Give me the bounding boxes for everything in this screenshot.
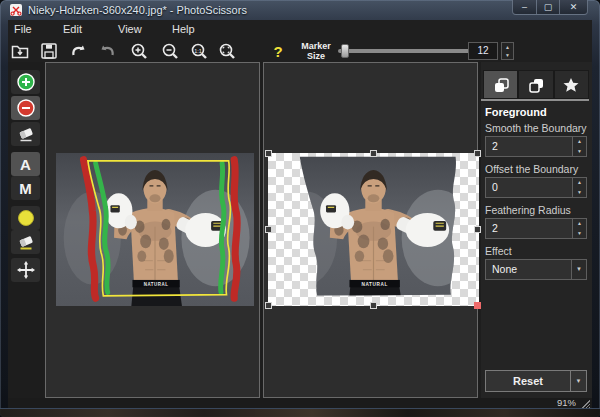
selection-handle-bottom-right[interactable] <box>474 302 481 309</box>
selection-handle-top-right[interactable] <box>474 150 481 157</box>
selection-handle-mid-right[interactable] <box>474 226 481 233</box>
feathering-radius-value: 2 <box>492 222 498 234</box>
zoom-in-icon <box>129 41 149 61</box>
offset-boundary-label: Offset the Boundary <box>485 163 578 175</box>
inspector-tabs <box>483 70 589 99</box>
chevron-down-icon[interactable]: ▼ <box>571 260 586 279</box>
marker-size-spinner[interactable]: ▲▼ <box>501 42 514 60</box>
foreground-marker-stroke-right <box>221 163 225 292</box>
menubar: File Edit View Help <box>8 20 592 40</box>
redo-button[interactable] <box>96 40 120 62</box>
effect-select[interactable]: None ▼ <box>485 259 587 280</box>
client-area: File Edit View Help <box>8 20 592 408</box>
offset-boundary-input[interactable]: 0 ▲▼ <box>485 177 587 198</box>
feathering-radius-spinner[interactable]: ▲▼ <box>572 219 586 238</box>
move-arrows-icon <box>16 260 36 280</box>
source-photo-art <box>56 153 254 306</box>
letter-m-label: M <box>19 180 32 197</box>
effects-tab[interactable] <box>554 70 589 99</box>
green-plus-icon <box>16 72 36 92</box>
marker-size-label: Marker Size <box>298 41 334 61</box>
marker-size-label-line2: Size <box>307 51 325 61</box>
help-question-icon: ? <box>273 43 282 60</box>
eraser-tool[interactable] <box>11 122 40 146</box>
window-controls: – ▢ ✕ <box>512 0 588 15</box>
background-marker-stroke-right <box>234 160 237 298</box>
titlebar[interactable]: Nieky-Holzken-360x240.jpg* - PhotoScisso… <box>0 0 600 20</box>
reset-dropdown-arrow[interactable]: ▼ <box>570 371 586 391</box>
marker-size-label-line1: Marker <box>301 41 331 51</box>
result-canvas[interactable] <box>263 62 478 398</box>
smooth-boundary-value: 2 <box>492 140 498 152</box>
letter-a-label: A <box>20 156 31 173</box>
source-photo[interactable] <box>56 153 254 306</box>
resize-grip[interactable] <box>582 400 590 408</box>
tab-separator <box>481 99 589 101</box>
svg-text:1:1: 1:1 <box>194 48 202 54</box>
boundary-eraser-tool[interactable] <box>11 230 40 254</box>
tool-sidebar: A M <box>8 62 43 398</box>
selection-handle-bottom-left[interactable] <box>265 302 272 309</box>
inspector-panel: Foreground Smooth the Boundary 2 ▲▼ Offs… <box>481 62 592 398</box>
selection-handle-bottom-center[interactable] <box>370 302 377 309</box>
move-tool[interactable] <box>11 258 40 282</box>
zoom-out-icon <box>160 41 180 61</box>
app-scissors-icon <box>9 3 23 17</box>
zoom-in-button[interactable] <box>127 40 151 62</box>
result-photo[interactable] <box>268 153 479 306</box>
offset-boundary-spinner[interactable]: ▲▼ <box>572 178 586 197</box>
eraser-yellow-icon <box>16 232 36 252</box>
yellow-circle-icon <box>16 208 36 228</box>
foreground-marker-tool[interactable] <box>11 70 40 94</box>
marker-size-slider-handle[interactable] <box>341 44 349 58</box>
smooth-boundary-label: Smooth the Boundary <box>485 122 587 134</box>
undo-button[interactable] <box>66 40 90 62</box>
effect-value: None <box>492 263 517 275</box>
menu-file[interactable]: File <box>14 23 32 35</box>
selection-handle-top-left[interactable] <box>265 150 272 157</box>
open-folder-icon <box>10 41 30 61</box>
open-button[interactable] <box>8 40 32 62</box>
zoom-level: 91% <box>557 397 576 408</box>
zoom-actual-button[interactable]: 1:1 <box>187 40 211 62</box>
foreground-section-title: Foreground <box>485 106 547 118</box>
smooth-boundary-input[interactable]: 2 ▲▼ <box>485 136 587 157</box>
feathering-radius-label: Feathering Radius <box>485 204 571 216</box>
toolbar: 1:1 ? Marker Size 12 ▲▼ <box>8 40 592 62</box>
yellow-marker-tool[interactable] <box>11 206 40 230</box>
offset-boundary-value: 0 <box>492 181 498 193</box>
maximize-button[interactable]: ▢ <box>536 0 560 15</box>
zoom-1to1-icon: 1:1 <box>189 41 209 61</box>
menu-help[interactable]: Help <box>172 23 195 35</box>
undo-icon <box>68 41 88 61</box>
feathering-radius-input[interactable]: 2 ▲▼ <box>485 218 587 239</box>
menu-view[interactable]: View <box>118 23 142 35</box>
help-button[interactable]: ? <box>266 40 290 62</box>
result-photo-art <box>268 153 479 306</box>
zoom-out-button[interactable] <box>158 40 182 62</box>
smooth-boundary-spinner[interactable]: ▲▼ <box>572 137 586 156</box>
selection-handle-top-center[interactable] <box>370 150 377 157</box>
background-tab[interactable] <box>518 70 553 99</box>
menu-edit[interactable]: Edit <box>63 23 82 35</box>
zoom-fit-button[interactable] <box>215 40 239 62</box>
workspace: A M <box>8 62 592 398</box>
star-icon <box>562 76 580 94</box>
close-button[interactable]: ✕ <box>560 0 588 15</box>
letter-m-tool[interactable]: M <box>11 176 40 200</box>
save-button[interactable] <box>37 40 61 62</box>
selection-handle-mid-left[interactable] <box>265 226 272 233</box>
save-floppy-icon <box>39 41 59 61</box>
statusbar: 91% <box>8 398 592 408</box>
reset-button[interactable]: Reset ▼ <box>485 370 587 392</box>
source-canvas[interactable] <box>45 62 260 398</box>
reset-button-label: Reset <box>486 375 570 387</box>
marker-size-input[interactable]: 12 <box>468 42 498 60</box>
minimize-button[interactable]: – <box>512 0 536 15</box>
letter-a-tool[interactable]: A <box>11 152 40 176</box>
red-minus-icon <box>16 98 36 118</box>
marker-size-slider[interactable] <box>338 49 470 53</box>
zoom-fit-icon <box>217 41 237 61</box>
foreground-tab[interactable] <box>483 70 518 99</box>
background-marker-tool[interactable] <box>11 96 40 120</box>
